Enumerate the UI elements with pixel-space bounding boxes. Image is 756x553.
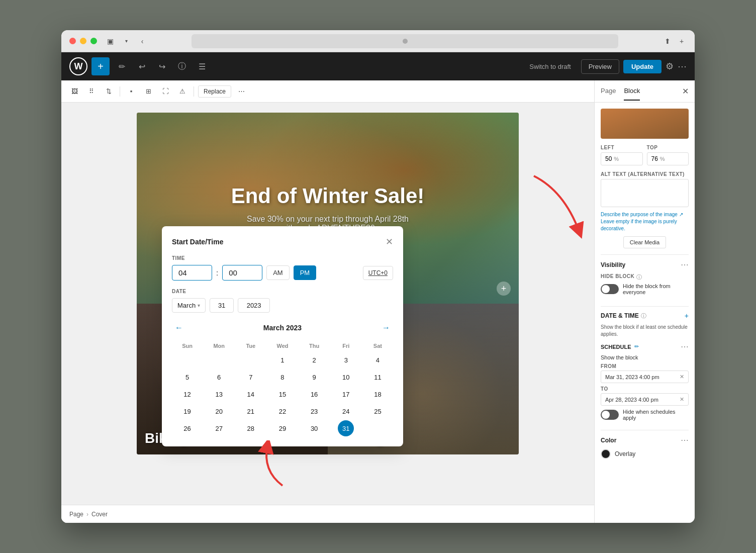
cal-day-23[interactable]: 23: [306, 403, 322, 419]
warning-icon[interactable]: ⚠: [175, 84, 190, 99]
cal-day-10[interactable]: 10: [338, 369, 354, 385]
cal-day-12[interactable]: 12: [179, 386, 196, 402]
add-block-button[interactable]: +: [91, 57, 110, 75]
overlay-color-row: Overlay: [601, 449, 689, 459]
fullscreen-block-icon[interactable]: ⛶: [158, 84, 172, 99]
left-input[interactable]: 50 %: [601, 152, 643, 165]
info-icon[interactable]: ⓘ: [174, 58, 190, 74]
pm-button[interactable]: PM: [294, 265, 317, 280]
new-tab-icon[interactable]: +: [677, 36, 687, 46]
grid-icon[interactable]: ⊞: [141, 84, 155, 99]
time-minute-input[interactable]: 00: [222, 265, 262, 281]
add-block-plus[interactable]: +: [497, 282, 511, 296]
schedule-edit-icon[interactable]: ✏: [634, 343, 639, 350]
overlay-color-label: Overlay: [615, 450, 635, 457]
calendar-month-year: March 2023: [263, 324, 302, 332]
month-select[interactable]: March ▾: [172, 298, 206, 313]
cal-day-22[interactable]: 22: [274, 403, 291, 419]
cal-day-4[interactable]: 4: [369, 352, 386, 368]
hide-block-toggle[interactable]: [601, 284, 619, 294]
back-icon[interactable]: ‹: [137, 36, 147, 46]
visibility-dots-icon[interactable]: ⋯: [681, 260, 689, 269]
from-date-chip[interactable]: Mar 31, 2023 4:00 pm ✕: [601, 371, 689, 383]
cal-day-9[interactable]: 9: [306, 369, 322, 385]
to-date-chip[interactable]: Apr 28, 2023 4:00 pm ✕: [601, 393, 689, 406]
drag-handle-icon[interactable]: ⠿: [84, 84, 99, 99]
cal-day-8[interactable]: 8: [274, 369, 291, 385]
undo-icon[interactable]: ↩: [134, 58, 150, 74]
cal-day-5[interactable]: 5: [179, 369, 196, 385]
cal-day-27[interactable]: 27: [211, 420, 227, 436]
cal-day-14[interactable]: 14: [243, 386, 259, 402]
tab-page[interactable]: Page: [601, 82, 616, 101]
cal-day-6[interactable]: 6: [211, 369, 227, 385]
date-time-info-icon[interactable]: ⓘ: [641, 312, 646, 320]
sidebar-close-icon[interactable]: ✕: [682, 86, 689, 96]
list-view-icon[interactable]: ☰: [194, 58, 210, 74]
close-button[interactable]: [69, 38, 76, 44]
cal-day-26[interactable]: 26: [179, 420, 196, 436]
image-block-icon[interactable]: 🖼: [67, 84, 81, 99]
am-button[interactable]: AM: [266, 265, 290, 280]
switch-to-draft-button[interactable]: Switch to draft: [523, 60, 577, 73]
update-button[interactable]: Update: [623, 60, 662, 73]
cal-day-13[interactable]: 13: [211, 386, 227, 402]
top-input[interactable]: 76 %: [647, 152, 689, 165]
cal-day-17[interactable]: 17: [338, 386, 354, 402]
cal-day-20[interactable]: 20: [211, 403, 227, 419]
cal-day-21[interactable]: 21: [243, 403, 259, 419]
settings-icon[interactable]: ⚙: [666, 61, 674, 72]
redo-icon[interactable]: ↪: [154, 58, 170, 74]
cal-day-25[interactable]: 25: [369, 403, 386, 419]
cal-day-31-selected[interactable]: 31: [338, 420, 354, 436]
to-date-clear-icon[interactable]: ✕: [680, 396, 684, 403]
cal-day-29[interactable]: 29: [274, 420, 291, 436]
cal-day-16[interactable]: 16: [306, 386, 322, 402]
alt-text-link[interactable]: Describe the purpose of the image ↗ Leav…: [601, 211, 689, 232]
breadcrumb-page[interactable]: Page: [69, 511, 83, 518]
chevron-down-icon[interactable]: ▾: [121, 36, 131, 46]
cal-day-30[interactable]: 30: [306, 420, 322, 436]
cal-day-19[interactable]: 19: [179, 403, 196, 419]
more-options-icon[interactable]: ⋯: [678, 61, 687, 72]
tab-block[interactable]: Block: [624, 82, 640, 101]
color-dots-icon[interactable]: ⋯: [681, 435, 689, 445]
cal-day-24[interactable]: 24: [338, 403, 354, 419]
cal-day-18[interactable]: 18: [369, 386, 386, 402]
hide-schedule-toggle[interactable]: [601, 410, 619, 420]
fullscreen-button[interactable]: [90, 38, 97, 44]
prev-month-button[interactable]: ←: [172, 321, 186, 335]
overlay-color-dot[interactable]: [601, 449, 611, 459]
date-time-add-icon[interactable]: +: [685, 312, 689, 320]
replace-button[interactable]: Replace: [198, 85, 231, 98]
cal-day-15[interactable]: 15: [274, 386, 291, 402]
cal-day-28[interactable]: 28: [243, 420, 259, 436]
pencil-icon[interactable]: ✏: [114, 58, 130, 74]
cal-day-2[interactable]: 2: [306, 352, 322, 368]
cal-day-3[interactable]: 3: [338, 352, 354, 368]
block-style-icon[interactable]: ▪: [124, 84, 138, 99]
breadcrumb-cover[interactable]: Cover: [91, 511, 108, 518]
more-block-options-icon[interactable]: ⋯: [234, 84, 248, 99]
preview-button[interactable]: Preview: [581, 59, 619, 74]
alt-text-input[interactable]: [601, 179, 689, 207]
clear-media-button[interactable]: Clear Media: [623, 236, 666, 248]
move-up-down-icon[interactable]: ⇅: [102, 84, 116, 99]
address-bar[interactable]: [192, 34, 618, 48]
share-icon[interactable]: ⬆: [663, 36, 673, 46]
cal-day-11[interactable]: 11: [369, 369, 386, 385]
year-input[interactable]: 2023: [238, 298, 270, 313]
cal-day-1[interactable]: 1: [274, 352, 291, 368]
hide-block-info-icon[interactable]: ⓘ: [636, 273, 642, 281]
cal-day-7[interactable]: 7: [243, 369, 259, 385]
from-date-clear-icon[interactable]: ✕: [680, 374, 684, 380]
picker-close-icon[interactable]: ✕: [386, 236, 393, 247]
time-hour-input[interactable]: 04: [172, 265, 212, 281]
schedule-dots-icon[interactable]: ⋯: [681, 342, 689, 351]
sidebar-toggle-icon[interactable]: ▣: [105, 36, 115, 46]
day-input[interactable]: 31: [210, 298, 234, 313]
wp-logo[interactable]: W: [69, 57, 87, 75]
utc-button[interactable]: UTC+0: [363, 266, 393, 280]
minimize-button[interactable]: [80, 38, 86, 44]
next-month-button[interactable]: →: [379, 321, 393, 335]
